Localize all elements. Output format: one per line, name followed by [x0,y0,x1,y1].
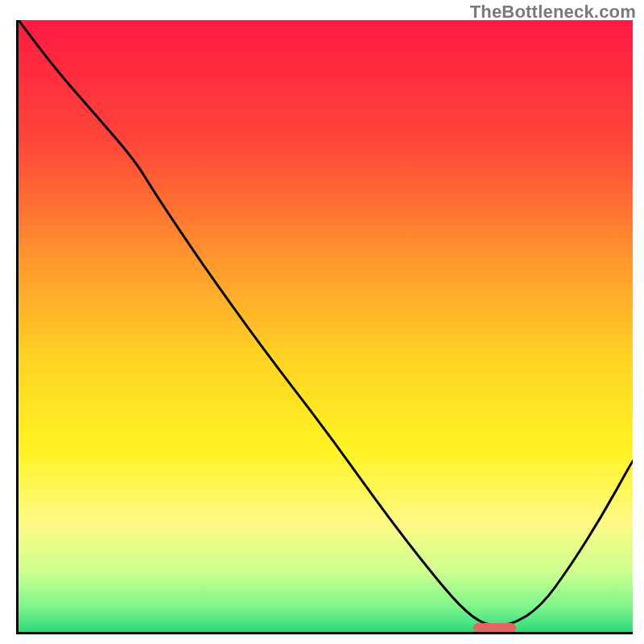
optimal-range-marker [473,623,516,633]
bottleneck-curve [19,20,633,632]
chart-container: TheBottleneck.com [0,0,644,644]
plot-area [16,20,633,634]
